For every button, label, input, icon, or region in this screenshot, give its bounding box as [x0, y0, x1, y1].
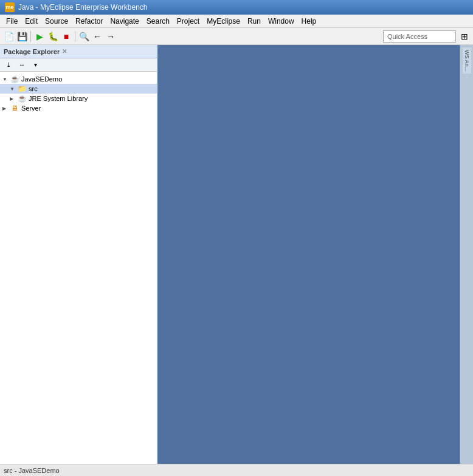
stop-button[interactable]: ■	[60, 30, 72, 43]
menu-navigate[interactable]: Navigate	[106, 16, 142, 27]
menu-refactor[interactable]: Refactor	[72, 16, 106, 27]
menu-source[interactable]: Source	[41, 16, 72, 27]
run-button[interactable]: ▶	[33, 30, 46, 43]
tree-label-src: src	[29, 85, 38, 92]
tree-item-jre[interactable]: ▶ ☕ JRE System Library	[0, 94, 157, 103]
tree-label-server: Server	[21, 105, 41, 112]
ws-annotations-tab[interactable]: WS An...	[463, 47, 471, 74]
expand-arrow-javasedemo: ▼	[2, 77, 10, 82]
expand-arrow-jre: ▶	[10, 96, 17, 102]
expand-arrow-src: ▼	[10, 86, 17, 92]
status-bar: src - JavaSEDemo	[0, 464, 473, 476]
collapse-all-button[interactable]: ⤓	[2, 59, 15, 71]
panel-toolbar: ⤓ ↔ ▾	[0, 58, 157, 72]
panel-menu-button[interactable]: ▾	[29, 59, 41, 71]
package-explorer-panel: Package Explorer ✕ ⤓ ↔ ▾ ▼ ☕ JavaSEDemo …	[0, 45, 158, 464]
menu-bar: File Edit Source Refactor Navigate Searc…	[0, 15, 473, 28]
debug-button[interactable]: 🐛	[47, 30, 59, 43]
expand-arrow-server: ▶	[2, 106, 10, 111]
tree-item-server[interactable]: ▶ 🖥 Server	[0, 103, 157, 113]
toolbar-sep-1	[30, 31, 31, 42]
right-area: WS An...	[158, 45, 473, 464]
tree-item-javasedemo[interactable]: ▼ ☕ JavaSEDemo	[0, 74, 157, 84]
window-title: Java - MyEclipse Enterprise Workbench	[18, 3, 148, 12]
panel-header: Package Explorer ✕	[0, 45, 157, 58]
menu-help[interactable]: Help	[298, 16, 320, 27]
toolbar-sep-2	[75, 31, 75, 42]
forward-button[interactable]: →	[105, 30, 117, 43]
app-icon: me	[5, 2, 15, 12]
panel-title: Package Explorer	[4, 48, 60, 55]
quick-access-input[interactable]: Quick Access	[383, 30, 456, 43]
status-text: src - JavaSEDemo	[4, 467, 60, 474]
menu-project[interactable]: Project	[173, 16, 203, 27]
back-button[interactable]: ←	[91, 30, 103, 43]
menu-run[interactable]: Run	[244, 16, 264, 27]
quick-access-label: Quick Access	[387, 33, 427, 40]
toolbar: 📄 💾 ▶ 🐛 ■ 🔍 ← → Quick Access ⊞	[0, 28, 473, 45]
right-panel: WS An...	[460, 45, 473, 464]
menu-window[interactable]: Window	[264, 16, 298, 27]
menu-file[interactable]: File	[2, 16, 21, 27]
jre-icon: ☕	[17, 94, 27, 103]
project-icon: ☕	[10, 75, 19, 83]
perspective-button[interactable]: ⊞	[458, 30, 471, 43]
menu-myeclipse[interactable]: MyEclipse	[203, 16, 244, 27]
menu-search[interactable]: Search	[143, 16, 173, 27]
link-with-editor-button[interactable]: ↔	[16, 59, 28, 71]
tree-item-src[interactable]: ▼ 📁 src	[0, 84, 157, 94]
toolbar-right: Quick Access ⊞	[383, 30, 471, 43]
new-button[interactable]: 📄	[2, 30, 15, 43]
tree-label-jre: JRE System Library	[29, 95, 88, 102]
src-icon: 📁	[17, 85, 27, 93]
main-area: Package Explorer ✕ ⤓ ↔ ▾ ▼ ☕ JavaSEDemo …	[0, 45, 473, 464]
title-bar: me Java - MyEclipse Enterprise Workbench	[0, 0, 473, 15]
search-toolbar-button[interactable]: 🔍	[78, 30, 90, 43]
panel-close-icon[interactable]: ✕	[62, 48, 67, 55]
tree-label-javasedemo: JavaSEDemo	[21, 75, 62, 83]
save-button[interactable]: 💾	[16, 30, 28, 43]
panel-content: ▼ ☕ JavaSEDemo ▼ 📁 src ▶ ☕ JRE System Li…	[0, 72, 157, 464]
server-icon: 🖥	[10, 104, 19, 112]
menu-edit[interactable]: Edit	[21, 16, 41, 27]
